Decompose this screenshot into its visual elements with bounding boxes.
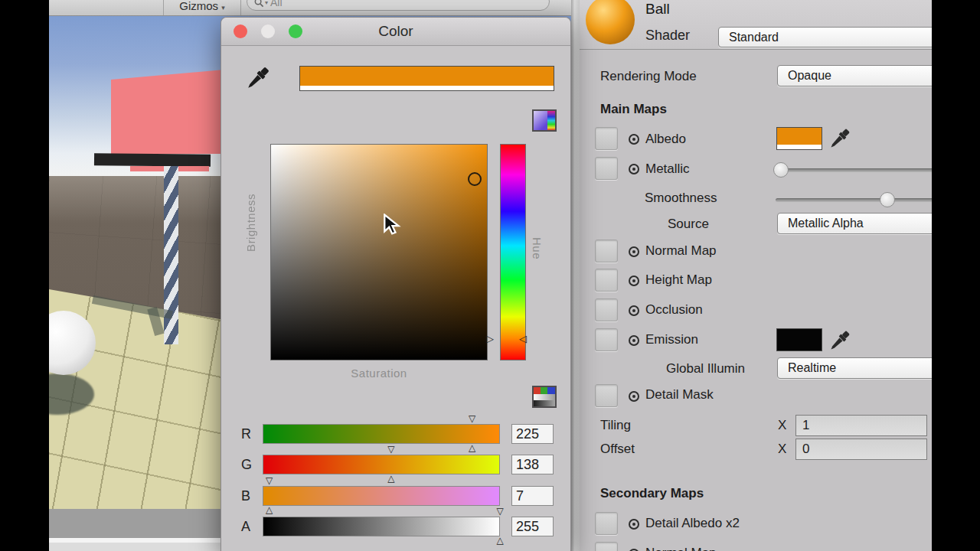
green-channel-slider[interactable] xyxy=(263,455,500,474)
height-map-target-icon[interactable] xyxy=(629,276,639,286)
inspector-panel: Ball Shader Standard Rendering Mode Opaq… xyxy=(571,0,980,551)
source-dropdown[interactable]: Metallic Alpha xyxy=(777,213,940,234)
swatch-color xyxy=(300,67,554,86)
metallic-slider[interactable] xyxy=(780,168,940,172)
tiling-x-label: X xyxy=(778,418,786,433)
albedo-color xyxy=(777,128,822,145)
height-map-label: Height Map xyxy=(645,272,712,288)
slider-marker-top[interactable]: ▽ xyxy=(467,414,478,423)
color-picker-window: Color Brightness Hue Saturation ▷ xyxy=(220,17,571,551)
occlusion-checkbox[interactable] xyxy=(595,298,618,321)
color-wheel-mode-button[interactable] xyxy=(532,109,557,132)
height-map-checkbox[interactable] xyxy=(595,269,618,292)
scene-toolbar: Gizmos ▾ ▾ All xyxy=(49,0,571,16)
secondary-maps-header: Secondary Maps xyxy=(600,486,704,501)
detail-albedo-label: Detail Albedo x2 xyxy=(645,516,740,531)
occlusion-target-icon[interactable] xyxy=(629,305,639,316)
material-name: Ball xyxy=(645,1,670,18)
sliders-mode-button[interactable] xyxy=(532,386,557,408)
channel-value-input[interactable]: 255 xyxy=(511,517,554,536)
rainbow-strip-icon xyxy=(547,111,555,130)
detail-mask-target-icon[interactable] xyxy=(629,391,639,402)
magnifier-icon xyxy=(253,0,265,8)
channel-label: G xyxy=(241,455,260,474)
emission-checkbox[interactable] xyxy=(595,328,618,351)
slider-marker-bottom[interactable]: △ xyxy=(386,474,397,483)
gray-bar-icon xyxy=(534,394,555,400)
hue-axis-label: Hue xyxy=(531,237,544,259)
slider-marker-top[interactable]: ▽ xyxy=(386,445,397,454)
blue-channel-row: B ▽ △ 7 xyxy=(221,486,572,506)
albedo-color-swatch[interactable] xyxy=(776,127,822,150)
slider-marker-top[interactable]: ▽ xyxy=(264,476,275,485)
metallic-texture-checkbox[interactable] xyxy=(595,157,618,180)
hue-marker-right[interactable]: ◁ xyxy=(519,334,527,344)
secondary-normal-map-label: Normal Map xyxy=(645,546,717,551)
emission-label: Emission xyxy=(645,332,698,347)
normal-map-target-icon[interactable] xyxy=(629,246,639,257)
emission-color xyxy=(777,329,822,350)
detail-albedo-checkbox[interactable] xyxy=(595,512,618,535)
search-input[interactable]: ▾ All xyxy=(247,0,550,11)
blue-channel-slider[interactable] xyxy=(263,486,500,506)
detail-albedo-target-icon[interactable] xyxy=(629,519,639,530)
shader-dropdown[interactable]: Standard xyxy=(718,27,940,47)
offset-label: Offset xyxy=(600,442,635,457)
channel-value-input[interactable]: 225 xyxy=(511,424,554,444)
metallic-label: Metallic xyxy=(645,161,690,177)
inspector-left-edge xyxy=(571,0,580,551)
normal-map-label: Normal Map xyxy=(645,243,717,259)
alpha-channel-slider[interactable] xyxy=(263,517,500,536)
offset-x-input[interactable]: 0 xyxy=(795,439,927,460)
slider-marker-bottom[interactable]: △ xyxy=(495,536,505,545)
emission-color-swatch[interactable] xyxy=(776,328,822,351)
channel-label: A xyxy=(241,517,260,536)
global-illumination-label: Global Illumin xyxy=(666,361,745,377)
global-illumination-dropdown[interactable]: Realtime xyxy=(777,357,940,379)
emission-eyedropper-icon[interactable] xyxy=(826,328,852,354)
chevron-down-icon: ▾ xyxy=(221,4,225,11)
material-preview-sphere xyxy=(586,0,635,44)
window-titlebar[interactable]: Color xyxy=(221,18,570,46)
detail-mask-checkbox[interactable] xyxy=(595,384,618,407)
rgb-bars-icon xyxy=(534,387,555,394)
current-color-swatch xyxy=(299,66,554,91)
slider-marker-top[interactable]: ▽ xyxy=(495,507,505,516)
red-channel-slider[interactable] xyxy=(263,424,500,444)
scene-pink-sign xyxy=(111,69,233,154)
left-black-strip xyxy=(0,0,49,551)
slider-marker-bottom[interactable]: △ xyxy=(467,443,478,452)
albedo-texture-checkbox[interactable] xyxy=(595,127,618,150)
offset-x-label: X xyxy=(778,442,786,457)
scene-sign-bar xyxy=(94,153,211,167)
emission-target-icon[interactable] xyxy=(629,335,639,346)
eyedropper-icon[interactable] xyxy=(243,64,272,94)
saturation-brightness-field[interactable] xyxy=(270,144,488,360)
albedo-target-icon[interactable] xyxy=(629,134,639,145)
detail-mask-label: Detail Mask xyxy=(645,387,714,403)
hue-marker-left[interactable]: ▷ xyxy=(486,334,494,344)
hue-slider[interactable] xyxy=(500,144,526,360)
albedo-label: Albedo xyxy=(645,132,686,147)
secondary-normal-map-checkbox[interactable] xyxy=(595,542,618,551)
search-filter-label: All xyxy=(270,0,283,8)
gizmos-label: Gizmos xyxy=(179,0,218,12)
normal-map-checkbox[interactable] xyxy=(595,240,618,262)
screen: Gizmos ▾ ▾ All Color xyxy=(0,0,980,551)
metallic-target-icon[interactable] xyxy=(629,164,639,174)
mouse-cursor-icon xyxy=(383,214,403,235)
tiling-x-input[interactable]: 1 xyxy=(795,415,927,436)
gizmos-button[interactable]: Gizmos ▾ xyxy=(163,0,241,15)
albedo-eyedropper-icon[interactable] xyxy=(826,126,852,152)
channel-value-input[interactable]: 138 xyxy=(511,455,554,474)
smoothness-slider[interactable] xyxy=(776,198,940,202)
window-title: Color xyxy=(221,23,570,40)
smoothness-slider-knob[interactable] xyxy=(880,192,895,207)
color-wheel-icon xyxy=(534,111,547,130)
color-selection-marker[interactable] xyxy=(468,172,482,186)
material-header: Ball Shader Standard xyxy=(580,0,980,50)
metallic-slider-knob[interactable] xyxy=(773,162,789,178)
slider-marker-bottom[interactable]: △ xyxy=(264,505,275,514)
rendering-mode-dropdown[interactable]: Opaque xyxy=(777,65,940,86)
channel-value-input[interactable]: 7 xyxy=(511,486,554,506)
